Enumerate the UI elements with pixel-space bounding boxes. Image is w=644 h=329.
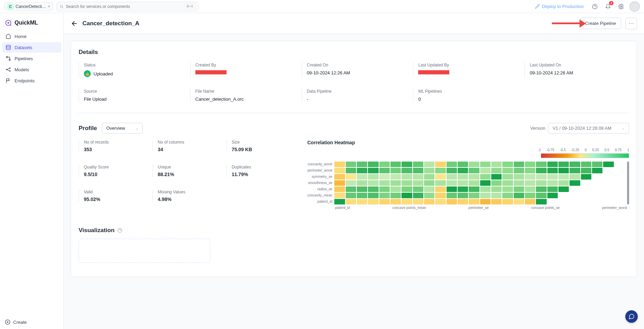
sidebar-item-pipelines[interactable]: Pipelines — [2, 53, 61, 64]
heatmap-cell — [334, 168, 345, 173]
stat-value: 34 — [158, 147, 219, 152]
page-header: Cancer_detection_A Create Pipeline — [64, 13, 644, 34]
heatmap-cell — [379, 180, 390, 186]
chat-fab[interactable] — [625, 310, 638, 323]
heatmap-cell — [536, 199, 546, 204]
sidebar-item-endpoints[interactable]: Endpoints — [2, 75, 61, 86]
avatar[interactable] — [629, 1, 640, 12]
detail-value — [418, 70, 518, 74]
heatmap-cell — [603, 168, 614, 173]
profile-stats: No of records353No of columns34Size75.09… — [79, 140, 293, 210]
detail-cell: ML Pipelines0 — [413, 88, 518, 102]
detail-value: File Upload — [84, 97, 183, 102]
heatmap-cell — [547, 199, 558, 204]
search-input[interactable] — [66, 4, 182, 9]
heatmap-cell — [592, 162, 602, 167]
sidebar-item-label: Datasets — [15, 45, 32, 50]
stat-cell: Unique88.21% — [152, 165, 219, 177]
more-options-button[interactable] — [625, 18, 637, 29]
heatmap-cell — [581, 193, 591, 198]
heatmap-cell — [502, 199, 513, 204]
heatmap-cell — [502, 193, 513, 198]
heatmap-cell — [514, 168, 524, 173]
detail-cell: Status👍Uploaded — [79, 62, 183, 78]
sidebar-item-datasets[interactable]: Datasets — [2, 42, 61, 53]
brand-icon — [5, 19, 12, 26]
heatmap-cell — [458, 186, 468, 192]
heatmap-cell — [334, 186, 345, 192]
heatmap-cell — [480, 186, 491, 192]
stat-label: Duplicates — [232, 165, 293, 170]
heatmap-cell — [525, 199, 535, 204]
heatmap-cell — [592, 180, 602, 186]
version-label: Version — [530, 126, 545, 131]
heatmap-cell — [435, 174, 445, 180]
sidebar-item-label: Endpoints — [15, 78, 35, 83]
details-row-2: SourceFile UploadFile NameCancer_detecti… — [79, 88, 629, 102]
chevron-down-icon: ▾ — [48, 4, 50, 8]
question-icon[interactable] — [117, 228, 122, 233]
heatmap-cell — [514, 174, 524, 180]
heatmap-cell — [357, 174, 367, 180]
heatmap-cell — [536, 186, 546, 192]
detail-cell: Last Updated On09-10-2024 12:26 AM — [524, 62, 629, 78]
svg-point-22 — [633, 23, 633, 24]
heatmap-cell — [592, 186, 602, 192]
heatmap-cell — [346, 186, 356, 192]
sidebar-item-models[interactable]: Models — [2, 64, 61, 75]
stat-value: 95.02% — [84, 197, 145, 202]
heatmap-cell — [514, 193, 524, 198]
heatmap-title: Correlation Heatmap — [307, 140, 629, 145]
notifications-button[interactable]: 4 — [603, 2, 613, 11]
profile-title: Profile — [79, 125, 97, 132]
heatmap-cell — [413, 162, 423, 167]
visualization-placeholder[interactable] — [79, 239, 210, 263]
database-icon — [6, 45, 11, 50]
heatmap-cell — [424, 193, 434, 198]
svg-point-20 — [629, 23, 630, 24]
heatmap-cell — [525, 186, 535, 192]
project-selector[interactable]: C CancerDetecti… ▾ — [4, 2, 53, 11]
detail-label: ML Pipelines — [418, 89, 518, 94]
heatmap-cell — [603, 193, 614, 198]
flag-icon — [6, 78, 11, 83]
heatmap-scrollbar[interactable] — [627, 162, 629, 204]
heatmap-cell — [570, 193, 580, 198]
heatmap-cell — [368, 193, 378, 198]
heatmap-cell — [447, 168, 457, 173]
kbd-hint: ⌘+K — [184, 4, 196, 9]
heatmap-cell — [379, 162, 390, 167]
sidebar-create-button[interactable]: Create — [5, 319, 59, 325]
version-select[interactable]: V1 / 09-10-2024 12:26:09 AM ⌄ — [548, 123, 629, 134]
heatmap-cell — [502, 168, 513, 173]
heatmap-cell — [390, 180, 401, 186]
detail-cell: Last Updated By — [413, 62, 518, 78]
help-button[interactable] — [590, 2, 600, 11]
heatmap-cell — [514, 180, 524, 186]
heatmap-cell — [558, 180, 569, 186]
heatmap-cell — [413, 168, 423, 173]
svg-point-13 — [9, 71, 10, 72]
detail-label: Created On — [307, 63, 406, 67]
heatmap-cell — [480, 162, 491, 167]
heatmap-cell — [435, 193, 445, 198]
heatmap-cell — [547, 162, 558, 167]
svg-line-1 — [62, 7, 63, 8]
heatmap-cell — [615, 162, 625, 167]
deploy-to-production-link[interactable]: Deploy to Production — [532, 2, 586, 10]
heatmap-cell — [491, 162, 502, 167]
heatmap-cell — [368, 180, 378, 186]
profile-view-select[interactable]: Overview ⌄ — [102, 123, 143, 134]
heatmap-cell — [413, 199, 423, 204]
heatmap-cell — [536, 174, 546, 180]
global-search[interactable]: ⌘+K — [56, 2, 199, 11]
heatmap-cell — [402, 199, 412, 204]
detail-value: 0 — [418, 97, 518, 102]
create-pipeline-button[interactable]: Create Pipeline — [580, 18, 621, 29]
detail-value — [195, 70, 295, 74]
main: Cancer_detection_A Create Pipeline Detai… — [64, 13, 644, 329]
settings-button[interactable] — [616, 2, 626, 11]
back-button[interactable] — [71, 20, 78, 27]
sidebar-item-home[interactable]: Home — [2, 31, 61, 42]
heatmap-cell — [581, 186, 591, 192]
